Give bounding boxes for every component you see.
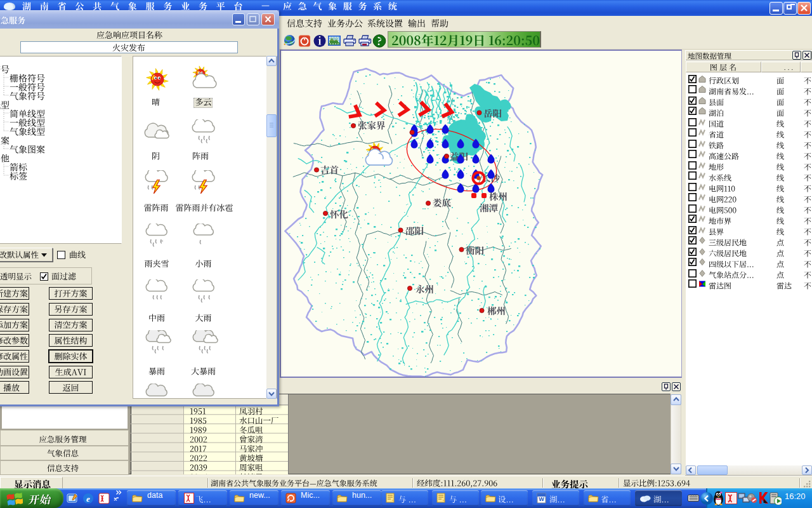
svg-text:W: W	[539, 496, 544, 502]
svg-text:e: e	[86, 494, 90, 504]
